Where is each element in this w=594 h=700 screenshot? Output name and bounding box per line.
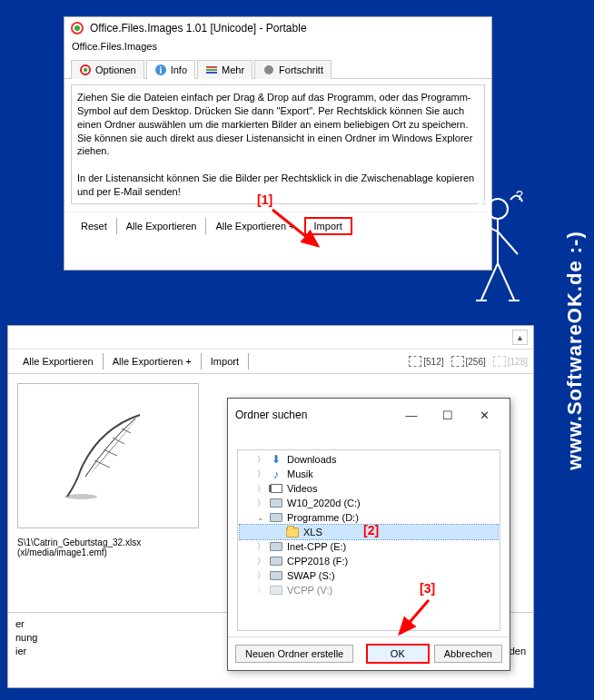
svg-line-24 <box>400 600 429 634</box>
annotation-2: [2] <box>363 523 379 537</box>
scroll-up-button[interactable]: ▲ <box>512 330 528 345</box>
win2-top-bar: ▲ <box>8 326 533 350</box>
svg-line-15 <box>481 263 498 300</box>
progress-icon <box>262 64 275 76</box>
win2-toolbar: Alle Exportieren Alle Exportieren + Impo… <box>8 350 533 374</box>
zoom-256[interactable]: [256] <box>451 356 486 367</box>
svg-rect-7 <box>206 69 217 71</box>
folder-icon <box>285 526 300 538</box>
dialog-button-row: Neuen Ordner erstelle OK Abbrechen <box>228 636 510 670</box>
dialog-title: Ordner suchen <box>235 409 307 421</box>
fragment-text: ier <box>15 646 26 657</box>
music-icon: ♪ <box>269 468 283 480</box>
titlebar: Office.Files.Images 1.01 [Unicode] - Por… <box>64 17 491 39</box>
stickman-icon: ? <box>454 182 536 318</box>
svg-line-20 <box>113 438 124 444</box>
svg-text:i: i <box>159 65 162 75</box>
dialog-titlebar: Ordner suchen — ☐ ✕ <box>228 399 510 431</box>
thumb-icon <box>493 356 506 367</box>
export-all-button-2[interactable]: Alle Exportieren <box>14 353 104 370</box>
close-button[interactable]: ✕ <box>466 404 502 426</box>
reset-button[interactable]: Reset <box>72 218 117 234</box>
export-all-button[interactable]: Alle Exportieren <box>117 218 207 234</box>
cancel-button[interactable]: Abbrechen <box>434 645 502 663</box>
tab-fortschritt[interactable]: Fortschritt <box>254 60 332 79</box>
drive-icon <box>269 540 283 553</box>
tree-item-w10[interactable]: 〉W10_2020d (C:) <box>240 496 498 510</box>
export-all-plus-button-2[interactable]: Alle Exportieren + <box>104 353 202 370</box>
zoom-512[interactable]: [512] <box>409 356 443 367</box>
feather-image <box>54 384 163 527</box>
window-title: Office.Files.Images 1.01 [Unicode] - Por… <box>90 22 307 35</box>
tree-item-vcpp[interactable]: 〉VCPP (V:) <box>240 583 498 597</box>
more-icon <box>205 64 218 76</box>
tree-item-cpp[interactable]: 〉CPP2018 (F:) <box>240 554 498 568</box>
svg-rect-6 <box>206 66 217 68</box>
tab-info[interactable]: i Info <box>146 60 195 79</box>
video-icon <box>269 482 283 495</box>
tree-item-musik[interactable]: 〉♪Musik <box>240 467 498 481</box>
zoom-128[interactable]: [128] <box>493 356 528 367</box>
info-paragraph-1: Ziehen Sie die Dateien einfach per Drag … <box>77 91 479 158</box>
tree-item-swap[interactable]: 〉SWAP (S:) <box>240 568 498 583</box>
minimize-button[interactable]: — <box>393 404 430 426</box>
svg-line-19 <box>122 429 131 433</box>
svg-rect-8 <box>206 72 217 74</box>
drive-icon <box>269 584 283 596</box>
app-icon <box>70 21 84 35</box>
maximize-button[interactable]: ☐ <box>430 404 466 426</box>
ok-button[interactable]: OK <box>367 645 429 663</box>
info-text-box: Ziehen Sie die Dateien einfach per Drag … <box>71 84 485 204</box>
import-button-2[interactable]: Import <box>202 353 249 370</box>
svg-point-3 <box>84 68 87 72</box>
info-icon: i <box>154 64 167 76</box>
tab-label: Info <box>171 64 187 75</box>
annotation-3: [3] <box>420 581 435 596</box>
svg-point-1 <box>74 25 80 31</box>
zoom-buttons: [512] [256] [128] <box>409 356 528 367</box>
tree-item-videos[interactable]: 〉Videos <box>240 481 498 496</box>
tab-label: Mehr <box>222 64 244 75</box>
options-icon <box>79 64 92 76</box>
tree-item-inet[interactable]: 〉Inet-CPP (E:) <box>240 539 498 554</box>
drive-icon <box>269 497 283 509</box>
tree-item-downloads[interactable]: 〉⬇Downloads <box>240 452 498 467</box>
svg-line-14 <box>498 232 518 254</box>
drive-icon <box>269 569 283 582</box>
svg-point-23 <box>64 494 97 499</box>
tab-label: Fortschritt <box>279 64 323 75</box>
watermark-text: www.SoftwareOK.de :-) <box>563 231 587 469</box>
svg-line-16 <box>498 263 514 300</box>
tab-optionen[interactable]: Optionen <box>71 60 144 79</box>
thumb-icon <box>451 356 464 367</box>
new-folder-button[interactable]: Neuen Ordner erstelle <box>235 645 353 663</box>
tab-label: Optionen <box>95 64 136 75</box>
tab-bar: Optionen i Info Mehr Fortschritt <box>64 59 491 79</box>
drive-icon <box>269 511 283 524</box>
folder-tree[interactable]: 〉⬇Downloads 〉♪Musik 〉Videos 〉W10_2020d (… <box>237 449 500 631</box>
svg-point-9 <box>264 65 273 74</box>
svg-line-10 <box>272 210 318 246</box>
image-item[interactable] <box>17 383 199 528</box>
download-icon: ⬇ <box>269 453 283 466</box>
tab-mehr[interactable]: Mehr <box>197 60 252 79</box>
svg-point-11 <box>488 199 508 219</box>
arrow-1-icon <box>268 205 332 255</box>
arrow-3-icon <box>392 596 438 646</box>
drive-icon <box>269 555 283 567</box>
thumb-icon <box>409 356 421 367</box>
subtitle: Office.Files.Images <box>64 39 491 59</box>
info-paragraph-2: In der Listenansicht können Sie die Bild… <box>77 172 479 199</box>
